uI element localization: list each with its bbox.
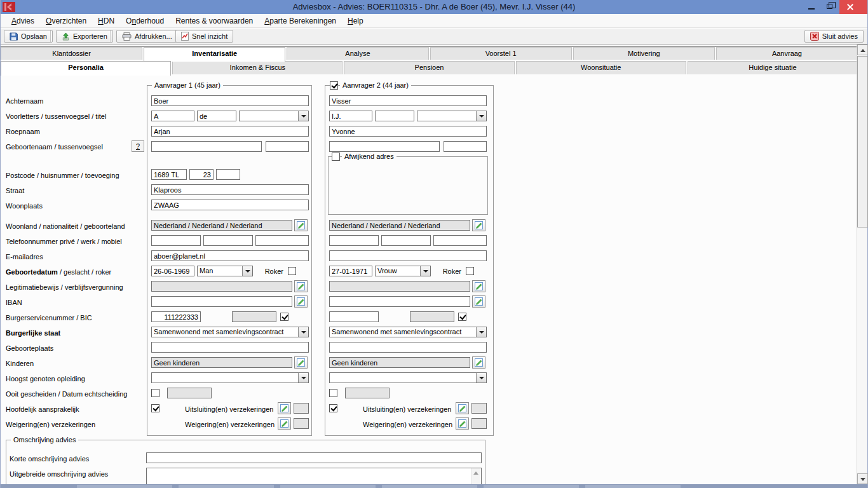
bsn-checkbox-2[interactable]	[458, 313, 466, 321]
menu-hdn[interactable]: HDN	[92, 15, 120, 27]
tab-huidige-situatie[interactable]: Huidige situatie	[688, 61, 858, 74]
geboorteplaats-input-1[interactable]	[151, 342, 309, 353]
achternaam-input-1[interactable]	[151, 95, 309, 106]
aanvrager2-enable-checkbox[interactable]	[330, 81, 338, 90]
tussenvoegsel-input-1[interactable]	[197, 111, 236, 121]
scroll-up-icon[interactable]	[473, 471, 478, 475]
tab-inventarisatie[interactable]: Inventarisatie	[144, 47, 285, 62]
edit-legitimatie-button-1[interactable]	[294, 280, 308, 292]
edit-iban-button-1[interactable]	[294, 295, 308, 308]
bsn-checkbox-1[interactable]	[280, 313, 288, 321]
edit-weigering-button-2[interactable]	[456, 417, 469, 430]
scrollbar-thumb[interactable]	[857, 56, 868, 227]
straat-input-1[interactable]	[151, 184, 309, 195]
edit-kinderen-button-2[interactable]	[472, 356, 485, 369]
iban-input-2[interactable]	[329, 296, 470, 307]
textarea-scrollbar[interactable]	[471, 468, 481, 484]
tab-motivering[interactable]: Motivering	[573, 47, 715, 60]
achternaam-input-2[interactable]	[329, 95, 487, 106]
tab-voorstel-1[interactable]: Voorstel 1	[430, 47, 572, 60]
edit-woonland-button-1[interactable]	[294, 219, 308, 231]
scroll-down-button[interactable]	[857, 473, 868, 484]
telefoon-prive-input-1[interactable]	[151, 235, 201, 246]
afwijkend-adres-checkbox[interactable]	[332, 152, 340, 161]
edit-iban-button-2[interactable]	[472, 295, 485, 308]
edit-weigering-button-1[interactable]	[278, 417, 291, 430]
menu-overzichten[interactable]: Overzichten	[40, 15, 92, 27]
tab-analyse[interactable]: Analyse	[287, 47, 428, 60]
roker-checkbox-2[interactable]	[466, 267, 474, 275]
burgerlijke-staat-select-2[interactable]: Samenwonend met samenlevingscontract	[329, 327, 487, 337]
opleiding-select-2[interactable]	[329, 372, 487, 383]
minimize-button[interactable]	[803, 0, 821, 14]
help-button[interactable]: ?	[132, 140, 144, 152]
chevron-down-icon[interactable]	[298, 327, 308, 337]
tab-pensioen[interactable]: Pensioen	[344, 61, 514, 74]
menu-onderhoud[interactable]: Onderhoud	[120, 15, 170, 27]
telefoon-mobiel-input-1[interactable]	[255, 235, 309, 246]
geslacht-select-2[interactable]: Vrouw	[375, 266, 431, 276]
geboortenaam-input-1[interactable]	[151, 141, 262, 152]
tussenvoegsel-input-2[interactable]	[375, 111, 414, 121]
email-input-1[interactable]	[151, 250, 309, 261]
telefoon-mobiel-input-2[interactable]	[433, 235, 487, 246]
woonplaats-input-1[interactable]	[151, 200, 309, 210]
bsn-input-2[interactable]	[329, 311, 379, 322]
print-button[interactable]: Afdrukken...	[116, 30, 178, 43]
edit-kinderen-button-1[interactable]	[294, 356, 308, 369]
titel-select-2[interactable]	[417, 111, 487, 121]
geboortenaam-input-2[interactable]	[329, 141, 440, 152]
chevron-down-icon[interactable]	[476, 373, 486, 383]
geslacht-select-1[interactable]: Man	[197, 266, 253, 276]
uitgebreide-omschrijving-textarea[interactable]	[146, 468, 482, 485]
quick-insight-button[interactable]: Snel inzicht	[175, 30, 233, 43]
geboorteplaats-input-2[interactable]	[329, 342, 487, 353]
roker-checkbox-1[interactable]	[288, 267, 296, 275]
geboortenaam-tussenvoegsel-input-1[interactable]	[266, 141, 309, 152]
hoofdelijk-checkbox-2[interactable]	[329, 404, 337, 412]
close-button[interactable]	[839, 0, 867, 14]
chevron-down-icon[interactable]	[298, 111, 308, 121]
postcode-input-1[interactable]	[151, 169, 187, 180]
chevron-down-icon[interactable]	[298, 373, 308, 383]
close-advice-button[interactable]: Sluit advies	[804, 30, 864, 43]
titel-select-1[interactable]	[239, 111, 309, 121]
telefoon-prive-input-2[interactable]	[329, 235, 379, 246]
korte-omschrijving-input[interactable]	[146, 452, 482, 463]
tab-klantdossier[interactable]: Klantdossier	[1, 47, 142, 60]
menu-aparte-berekeningen[interactable]: Aparte Berekeningen	[259, 15, 342, 27]
gescheiden-checkbox-1[interactable]	[151, 389, 159, 397]
scroll-up-button[interactable]	[857, 44, 868, 55]
save-button[interactable]: Opslaan	[4, 30, 53, 43]
export-button[interactable]: Exporteren	[56, 30, 113, 43]
menu-rentes-voorwaarden[interactable]: Rentes & voorwaarden	[170, 15, 259, 27]
edit-uitsluiting-button-2[interactable]	[456, 402, 469, 414]
edit-uitsluiting-button-1[interactable]	[278, 402, 291, 414]
roepnaam-input-1[interactable]	[151, 126, 309, 137]
edit-legitimatie-button-2[interactable]	[472, 280, 485, 292]
gescheiden-checkbox-2[interactable]	[329, 389, 337, 397]
restore-button[interactable]	[821, 0, 839, 14]
voorletters-input-2[interactable]	[329, 111, 372, 121]
geboortedatum-input-1[interactable]	[151, 266, 194, 276]
telefoon-werk-input-1[interactable]	[203, 235, 253, 246]
burgerlijke-staat-select-1[interactable]: Samenwonend met samenlevingscontract	[151, 327, 309, 337]
toevoeging-input-1[interactable]	[216, 169, 240, 180]
huisnummer-input-1[interactable]	[189, 169, 214, 180]
tab-aanvraag[interactable]: Aanvraag	[716, 47, 858, 60]
chevron-down-icon[interactable]	[476, 327, 486, 337]
telefoon-werk-input-2[interactable]	[381, 235, 431, 246]
tab-woonsituatie[interactable]: Woonsituatie	[516, 61, 686, 74]
menu-help[interactable]: Help	[342, 15, 369, 27]
roepnaam-input-2[interactable]	[329, 126, 487, 137]
opleiding-select-1[interactable]	[151, 372, 309, 383]
tab-personalia[interactable]: Personalia	[1, 61, 171, 76]
iban-input-1[interactable]	[151, 296, 292, 307]
geboortedatum-input-2[interactable]	[329, 266, 372, 276]
vertical-scrollbar[interactable]	[857, 44, 867, 484]
voorletters-input-1[interactable]	[151, 111, 194, 121]
hoofdelijk-checkbox-1[interactable]	[151, 404, 159, 412]
edit-woonland-button-2[interactable]	[472, 219, 485, 231]
chevron-down-icon[interactable]	[476, 111, 486, 121]
tab-inkomen-fiscus[interactable]: Inkomen & Fiscus	[172, 61, 342, 74]
